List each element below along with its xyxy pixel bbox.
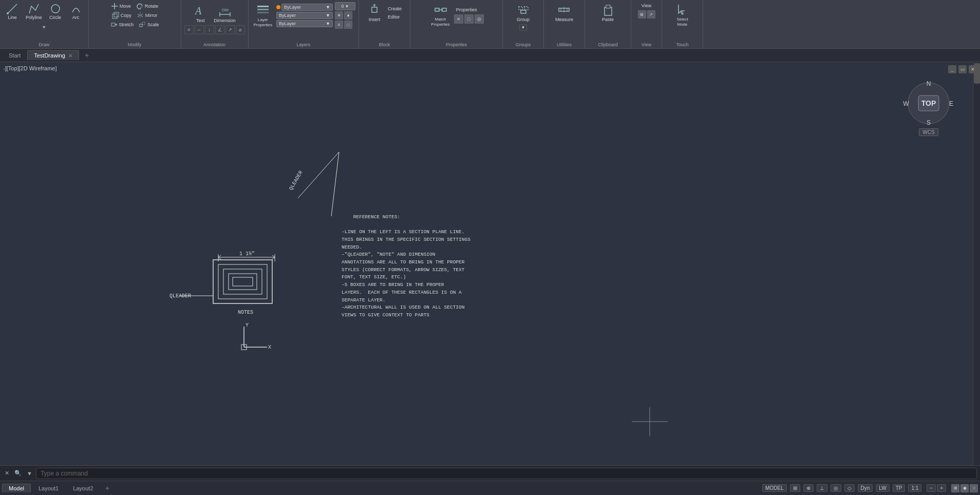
grid-button[interactable]: ⊞ [790,484,800,492]
props-icon3[interactable]: ◎ [475,14,484,24]
block-create-button[interactable]: Create [386,5,404,12]
group-button[interactable]: Group [514,2,533,23]
qleader-top-group: QLEADER [288,152,339,216]
bottom-tab-layout1[interactable]: Layout1 [32,484,65,492]
measure-button[interactable]: Measure [553,2,575,23]
close-button[interactable]: ✕ [969,65,977,73]
annotation-sub5[interactable]: ↗ [225,25,235,34]
mirror-button[interactable]: Mirror [135,11,160,20]
toolbar-section-groups: Group ▼ Groups [503,0,544,48]
wcs-label: WCS [919,128,938,136]
command-input[interactable] [36,468,977,479]
groups-expand-button[interactable]: ▼ [519,24,527,31]
ortho-button[interactable]: ⊥ [817,484,827,492]
view-label: -][Top][2D Wireframe] [3,65,57,71]
move-button[interactable]: Move [109,2,133,10]
osnap-button[interactable]: ◇ [844,484,855,492]
toolbar: Line Polyline Circle Arc ▼ Draw Move [0,0,980,49]
window-controls: _ ▭ ✕ [948,65,977,73]
color-dropdown[interactable]: ByLayer ▼ [276,12,333,19]
svg-rect-24 [524,7,528,10]
snap-button[interactable]: ⊕ [803,484,814,492]
tab-drawing[interactable]: TestDrawing ✕ [27,50,79,60]
layout-add-button[interactable]: ＋ [101,484,114,493]
tab-start[interactable]: Start [2,50,27,60]
view-icon-c[interactable]: ☆ [970,484,978,492]
minimize-button[interactable]: _ [948,65,956,73]
bottom-tab-layout2[interactable]: Layout2 [66,484,100,492]
arc-button[interactable]: Arc [67,2,85,21]
toolbar-section-view: View ⊞ ↗ View [631,0,662,48]
tab-add-button[interactable]: ＋ [79,49,95,62]
linetype-dropdown[interactable]: ByLayer ▼ [276,20,333,27]
layer-icon3[interactable]: ≡ [335,21,343,29]
svg-text:E: E [949,100,953,107]
view-icon-b[interactable]: ◉ [960,484,969,492]
polar-button[interactable]: ◎ [831,484,841,492]
layer-dropdown[interactable]: ByLayer ▼ [281,4,333,11]
block-editor-button[interactable]: Editor [386,13,404,21]
properties-section-label: Properties [446,42,467,48]
status-x-button[interactable]: ✕ [3,469,11,478]
polyline-button[interactable]: Polyline [24,2,44,21]
draw-more-button[interactable]: ▼ [39,22,49,32]
annotation-sub3[interactable]: ↕ [205,25,214,34]
tpmode-button[interactable]: TP [893,484,906,492]
circle-button[interactable]: Circle [46,2,65,21]
scale-display[interactable]: 1:1 [908,484,921,492]
select-mode-button[interactable]: SelectMode [673,2,692,28]
status-menu-icon[interactable]: ▼ [25,469,34,478]
qleader-left-group: QLEADER [169,293,213,299]
tab-close-icon[interactable]: ✕ [68,53,72,59]
view-icon1[interactable]: ⊞ [638,10,646,18]
bottom-tab-model[interactable]: Model [2,484,31,492]
layer-properties-button[interactable]: LayerProperties [252,3,274,28]
svg-text:S: S [927,119,931,126]
props-icon1[interactable]: ≡ [454,14,463,24]
view-section-label: View [642,42,651,48]
stretch-button[interactable]: Stretch [108,21,136,29]
dynamic-button[interactable]: Dyn [858,484,873,492]
view-icon2[interactable]: ↗ [647,10,655,18]
layer-icon4[interactable]: □ [344,21,352,29]
view-icon-a[interactable]: ⊞ [951,484,959,492]
svg-text:X: X [268,345,271,350]
layer-number-field[interactable]: 0 ▼ [335,2,355,10]
lw-button[interactable]: LW [876,484,889,492]
properties-panel-button[interactable]: Properties [454,6,484,13]
svg-rect-18 [372,7,377,12]
touch-label: Touch [676,42,688,48]
zoom-out-button[interactable]: − [927,484,936,492]
text-button[interactable]: A Text [191,2,210,24]
svg-text:1 1½": 1 1½" [239,251,255,257]
annotation-sub1[interactable]: ≡ [184,25,194,34]
layer-color-indicator[interactable] [276,5,280,9]
annotation-sub6[interactable]: ⌀ [236,25,245,34]
copy-button[interactable]: Copy [110,11,134,20]
restore-button[interactable]: ▭ [958,65,967,73]
modify-section-label: Modify [128,42,142,48]
model-space-button[interactable]: MODEL [762,484,787,492]
compass: N S E W TOP WCS [903,78,954,129]
match-properties-button[interactable]: MatchProperties [429,2,451,28]
zoom-in-button[interactable]: + [937,484,946,492]
layer-icon1[interactable]: ☀ [335,11,343,20]
svg-rect-43 [218,264,267,299]
insert-button[interactable]: Insert [365,2,384,23]
line-button[interactable]: Line [3,2,22,21]
props-icon2[interactable]: □ [464,14,474,24]
svg-text:DIM: DIM [222,8,229,12]
annotation-sub2[interactable]: ↔ [195,25,204,34]
scale-button[interactable]: Scale [137,21,161,29]
dimension-button[interactable]: DIM Dimension [212,2,238,24]
svg-rect-16 [257,9,269,10]
status-search-icon[interactable]: 🔍 [13,469,23,478]
svg-rect-46 [233,277,253,286]
view-button[interactable]: View [639,2,653,9]
rotate-button[interactable]: Rotate [134,2,161,10]
paste-button[interactable]: Paste [599,2,617,23]
canvas-area[interactable]: -][Top][2D Wireframe] _ ▭ ✕ N S E W TOP … [0,62,980,465]
layer-icon2[interactable]: ♦ [344,11,352,20]
annotation-sub4[interactable]: ∠ [215,25,224,34]
svg-rect-9 [142,22,145,25]
